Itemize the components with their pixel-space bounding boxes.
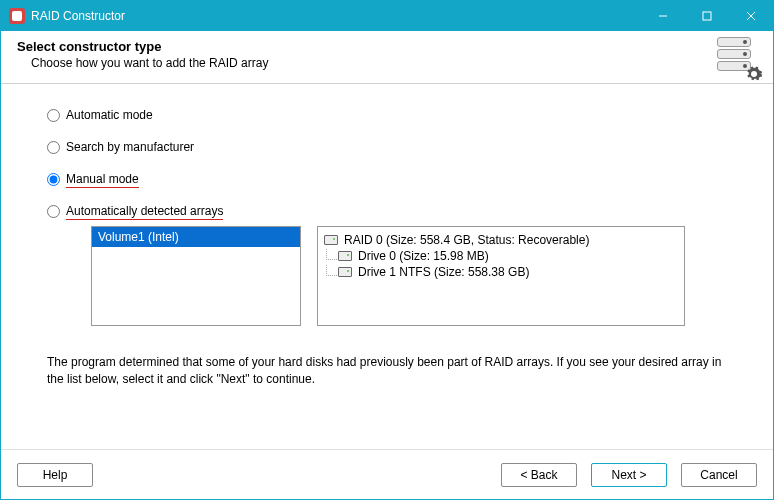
wizard-footer: Help < Back Next > Cancel [1,449,773,499]
drive-icon [338,267,352,277]
content-area: Automatic mode Search by manufacturer Ma… [1,84,773,449]
wizard-header: Select constructor type Choose how you w… [1,31,773,84]
radio-detected-input[interactable] [47,205,60,218]
radio-manual-label: Manual mode [66,172,139,186]
radio-manufacturer-input[interactable] [47,141,60,154]
tree-child[interactable]: Drive 0 (Size: 15.98 MB) [338,249,678,263]
window-title: RAID Constructor [31,9,641,23]
titlebar: RAID Constructor [1,1,773,31]
array-details-tree[interactable]: RAID 0 (Size: 558.4 GB, Status: Recovera… [317,226,685,326]
radio-detected-label: Automatically detected arrays [66,204,223,218]
close-button[interactable] [729,1,773,31]
tree-child[interactable]: Drive 1 NTFS (Size: 558.38 GB) [338,265,678,279]
radio-manual-input[interactable] [47,173,60,186]
list-item[interactable]: Volume1 (Intel) [92,227,300,247]
wizard-header-text: Select constructor type Choose how you w… [17,39,717,70]
tree-child0-label: Drive 0 (Size: 15.98 MB) [358,249,489,263]
raid-drive-icon [324,235,338,245]
gear-icon [745,65,763,83]
radio-automatic-input[interactable] [47,109,60,122]
radio-detected[interactable]: Automatically detected arrays [47,204,737,218]
svg-rect-1 [703,12,711,20]
hint-text: The program determined that some of your… [47,354,737,389]
radio-automatic-label: Automatic mode [66,108,153,122]
radio-automatic[interactable]: Automatic mode [47,108,737,122]
next-button[interactable]: Next > [591,463,667,487]
back-button[interactable]: < Back [501,463,577,487]
tree-root[interactable]: RAID 0 (Size: 558.4 GB, Status: Recovera… [324,233,678,247]
page-title: Select constructor type [17,39,717,54]
minimize-button[interactable] [641,1,685,31]
tree-child1-label: Drive 1 NTFS (Size: 558.38 GB) [358,265,529,279]
tree-root-label: RAID 0 (Size: 558.4 GB, Status: Recovera… [344,233,589,247]
maximize-button[interactable] [685,1,729,31]
help-button[interactable]: Help [17,463,93,487]
radio-manual[interactable]: Manual mode [47,172,737,186]
raid-icon [717,37,757,77]
detected-panels: Volume1 (Intel) RAID 0 (Size: 558.4 GB, … [91,226,737,326]
page-subtitle: Choose how you want to add the RAID arra… [31,56,717,70]
window: RAID Constructor Select constructor type… [0,0,774,500]
radio-manufacturer[interactable]: Search by manufacturer [47,140,737,154]
drive-icon [338,251,352,261]
app-icon [9,8,25,24]
detected-arrays-list[interactable]: Volume1 (Intel) [91,226,301,326]
cancel-button[interactable]: Cancel [681,463,757,487]
radio-manufacturer-label: Search by manufacturer [66,140,194,154]
